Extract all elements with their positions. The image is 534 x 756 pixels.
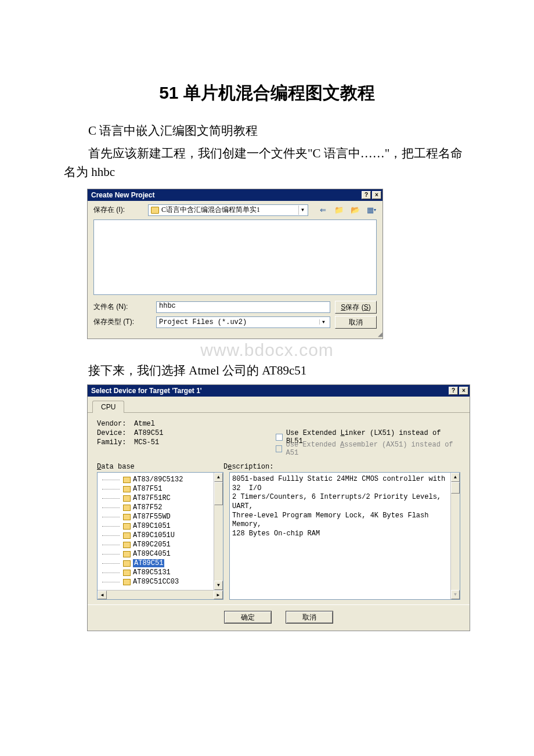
save-button[interactable]: S保存 (S)保存 (S) (335, 301, 377, 314)
database-label: Data base (97, 463, 223, 471)
cancel-button[interactable]: 取消 (286, 611, 333, 624)
help-button[interactable]: ? (362, 191, 371, 199)
tree-item[interactable]: AT83/89C5132 (102, 475, 222, 484)
scroll-thumb[interactable] (214, 482, 223, 505)
watermark: www.bdocx.com (64, 340, 470, 360)
tree-item-label: AT89C5131 (133, 568, 171, 577)
scroll-right-icon[interactable]: ▶ (214, 591, 223, 599)
description-text: 8051-based Fullly Static 24MHz CMOS cont… (232, 475, 449, 538)
help-button[interactable]: ? (449, 387, 458, 395)
folder-icon (123, 579, 131, 585)
create-project-dialog: Create New Project ? × 保存在 (I): C语言中含汇编混… (87, 189, 383, 339)
scroll-down-icon[interactable]: ▼ (451, 590, 460, 599)
dialog-titlebar[interactable]: Select Device for Target 'Target 1' ? × (88, 385, 470, 397)
folder-icon (151, 207, 159, 214)
filename-input[interactable]: hhbc (156, 301, 330, 313)
folder-icon (123, 477, 131, 483)
tree-item-label: AT87F55WD (133, 513, 171, 521)
tree-item-label: AT89C51 (133, 559, 164, 567)
tree-item[interactable]: AT89C1051 (102, 521, 222, 531)
tree-item-label: AT83/89C5132 (133, 476, 183, 484)
tree-item[interactable]: AT87F52 (102, 503, 222, 512)
scroll-up-icon[interactable]: ▲ (451, 473, 460, 482)
dialog-titlebar[interactable]: Create New Project ? × (88, 189, 383, 201)
dialog-title: Select Device for Target 'Target 1' (91, 387, 448, 395)
dialog-title: Create New Project (91, 191, 360, 199)
scroll-up-icon[interactable]: ▲ (214, 473, 223, 482)
folder-icon (123, 523, 131, 530)
folder-icon (123, 486, 131, 492)
folder-icon (123, 560, 131, 567)
savein-label: 保存在 (I): (93, 205, 143, 215)
tree-item-label: AT89C1051U (133, 531, 175, 539)
nav-newfolder-icon[interactable]: 📂 (350, 205, 360, 215)
device-tree[interactable]: AT83/89C5132AT87F51AT87F51RCAT87F52AT87F… (97, 472, 223, 600)
tree-item-label: AT89C1051 (133, 522, 171, 530)
tree-item-label: AT89C51CC03 (133, 578, 179, 586)
cancel-button[interactable]: 取消 (335, 316, 377, 329)
tree-item[interactable]: AT89C5131 (102, 568, 222, 577)
filetype-combo[interactable]: Project Files (*.uv2) ▼ (156, 316, 330, 328)
tree-item[interactable]: AT89C1051U (102, 531, 222, 540)
vertical-scrollbar[interactable]: ▲ ▼ (214, 473, 223, 590)
tree-item-label: AT87F52 (133, 503, 162, 512)
extended-asm-label: Use Extended Assembler (AX51) instead of… (286, 441, 460, 457)
resize-grip[interactable]: ◢ (88, 331, 383, 339)
nav-up-icon[interactable]: 📁 (334, 205, 344, 215)
savein-value: C语言中含汇编混合编程简单实1 (161, 205, 296, 215)
savein-combo[interactable]: C语言中含汇编混合编程简单实1 ▼ (148, 204, 308, 216)
select-device-dialog: Select Device for Target 'Target 1' ? × … (87, 384, 470, 631)
description-label: Description: (223, 463, 273, 471)
document-title: 51 单片机混合编程图文教程 (64, 81, 470, 105)
description-box[interactable]: 8051-based Fullly Static 24MHz CMOS cont… (229, 472, 460, 600)
folder-icon (123, 551, 131, 557)
tree-item-label: AT87F51RC (133, 494, 171, 502)
ok-button[interactable]: 确定 (224, 611, 272, 624)
close-button[interactable]: × (372, 191, 381, 199)
tree-item[interactable]: AT87F51RC (102, 494, 222, 503)
folder-icon (123, 542, 131, 548)
extended-asm-row: Use Extended Assembler (AX51) instead of… (276, 441, 460, 457)
folder-icon (123, 532, 131, 539)
dropdown-icon[interactable]: ▼ (319, 319, 327, 325)
filetype-value: Project Files (*.uv2) (159, 318, 319, 326)
tree-item-label: AT87F51 (133, 485, 162, 493)
nav-views-icon[interactable]: ▦▾ (366, 205, 377, 215)
tree-item[interactable]: AT89C4051 (102, 549, 222, 559)
vendor-label: Vendor: (97, 420, 131, 428)
folder-icon (123, 495, 131, 502)
folder-icon (123, 505, 131, 511)
folder-icon (123, 514, 131, 520)
folder-icon (123, 570, 131, 576)
device-label: Device: (97, 429, 131, 437)
device-value: AT89C51 (134, 429, 163, 437)
close-button[interactable]: × (459, 387, 468, 395)
paragraph-1: C 语言中嵌入汇编图文简明教程 (64, 121, 470, 141)
family-value: MCS-51 (134, 438, 159, 447)
tab-cpu[interactable]: CPU (92, 401, 124, 413)
tree-item[interactable]: AT89C2051 (102, 540, 222, 549)
nav-back-icon[interactable]: ⇐ (317, 205, 328, 215)
scroll-down-icon[interactable]: ▼ (214, 581, 223, 590)
tree-item[interactable]: AT89C51 (102, 559, 222, 568)
dropdown-icon[interactable]: ▼ (298, 206, 306, 215)
scroll-thumb[interactable] (451, 482, 460, 494)
tree-item[interactable]: AT89C51CC03 (102, 577, 222, 586)
tree-item-label: AT89C2051 (133, 541, 171, 549)
tree-item[interactable]: AT87F51 (102, 484, 222, 494)
vertical-scrollbar[interactable]: ▲ ▼ (450, 473, 460, 599)
tab-bar: CPU (88, 397, 470, 413)
horizontal-scrollbar[interactable]: ◀ ▶ (98, 590, 223, 599)
vendor-value: Atmel (134, 420, 155, 428)
paragraph-2: 首先应该新建工程，我们创建一个文件夹"C 语言中……"，把工程名命名为 hhbc (64, 144, 470, 182)
checkbox-icon[interactable] (276, 434, 283, 441)
tree-item-label: AT89C4051 (133, 550, 171, 558)
filename-label: 文件名 (N): (93, 302, 151, 312)
checkbox-icon (276, 445, 282, 452)
tree-item[interactable]: AT87F55WD (102, 512, 222, 521)
file-list-area[interactable] (93, 219, 377, 295)
filetype-label: 保存类型 (T): (93, 317, 151, 327)
scroll-left-icon[interactable]: ◀ (98, 591, 107, 599)
paragraph-3: 接下来，我们选择 Atmel 公司的 AT89c51 (64, 361, 470, 380)
family-label: Family: (97, 438, 131, 447)
